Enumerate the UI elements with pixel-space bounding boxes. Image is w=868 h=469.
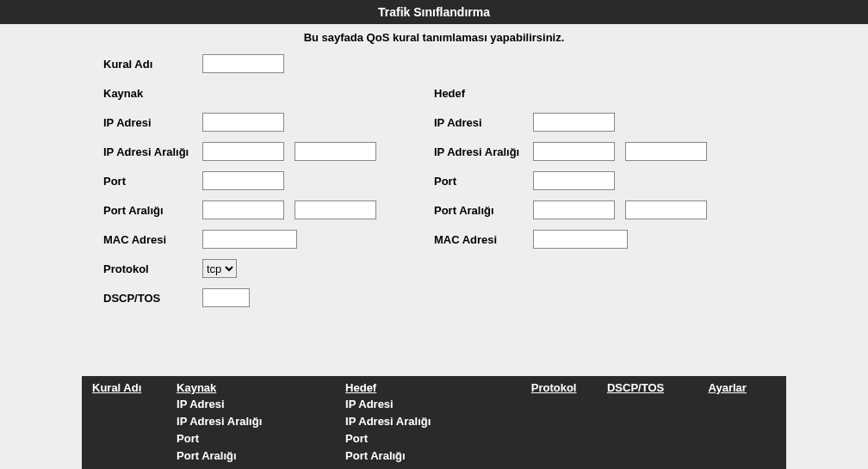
th-source: Kaynak — [177, 381, 216, 394]
dst-sub-mac: MAC Adresi — [345, 465, 531, 469]
target-sublist: IP Adresi IP Adresi Aralığı Port Port Ar… — [345, 396, 531, 469]
th-target: Hedef — [345, 381, 376, 394]
dst-port-range-label: Port Aralığı — [434, 204, 533, 217]
src-ip-range-a-input[interactable] — [202, 142, 284, 161]
th-protocol: Protokol — [531, 381, 577, 394]
rule-name-input[interactable] — [202, 54, 284, 73]
dst-port-input[interactable] — [533, 171, 615, 190]
dst-mac-input[interactable] — [533, 230, 628, 249]
dst-ip-range-a-input[interactable] — [533, 142, 615, 161]
src-sub-ip: IP Adresi — [177, 396, 345, 413]
dst-sub-iprange: IP Adresi Aralığı — [345, 413, 531, 430]
source-sublist: IP Adresi IP Adresi Aralığı Port Port Ar… — [177, 396, 345, 469]
dst-ip-label: IP Adresi — [434, 116, 533, 129]
protocol-label: Protokol — [103, 262, 202, 275]
dscp-input[interactable] — [202, 288, 250, 307]
dscp-label: DSCP/TOS — [103, 292, 202, 305]
th-rule: Kural Adı — [92, 381, 141, 394]
src-port-label: Port — [103, 175, 202, 188]
protocol-select[interactable]: tcp — [202, 259, 237, 278]
src-ip-label: IP Adresi — [103, 116, 202, 129]
dst-ip-input[interactable] — [533, 113, 615, 132]
src-port-range-label: Port Aralığı — [103, 204, 202, 217]
src-port-range-a-input[interactable] — [202, 201, 284, 219]
dst-port-range-b-input[interactable] — [625, 201, 707, 219]
page-subtitle: Bu sayfada QoS kural tanımlaması yapabil… — [0, 24, 868, 52]
src-sub-mac: MAC Adresi — [177, 465, 345, 469]
target-section-label: Hedef — [434, 87, 465, 100]
dst-sub-port: Port — [345, 430, 531, 447]
dst-ip-range-label: IP Adresi Aralığı — [434, 145, 533, 158]
src-mac-input[interactable] — [202, 230, 297, 249]
src-sub-iprange: IP Adresi Aralığı — [177, 413, 345, 430]
dst-ip-range-b-input[interactable] — [625, 142, 707, 161]
dst-mac-label: MAC Adresi — [434, 233, 533, 246]
dst-port-label: Port — [434, 175, 533, 188]
src-sub-portrange: Port Aralığı — [177, 447, 345, 465]
src-port-input[interactable] — [202, 171, 284, 190]
rules-table: Kural Adı Kaynak IP Adresi IP Adresi Ara… — [82, 376, 786, 469]
rule-name-label: Kural Adı — [103, 58, 202, 71]
dst-sub-portrange: Port Aralığı — [345, 447, 531, 465]
src-sub-port: Port — [177, 430, 345, 447]
src-mac-label: MAC Adresi — [103, 233, 202, 246]
th-settings: Ayarlar — [709, 381, 747, 394]
dst-sub-ip: IP Adresi — [345, 396, 531, 413]
form-area: Kural Adı Kaynak Hedef IP Adresi IP Adre… — [0, 52, 868, 333]
source-section-label: Kaynak — [103, 87, 143, 100]
page-title: Trafik Sınıflandırma — [0, 0, 868, 24]
src-ip-range-label: IP Adresi Aralığı — [103, 145, 202, 158]
th-dscp: DSCP/TOS — [607, 381, 664, 394]
src-ip-input[interactable] — [202, 113, 284, 132]
src-ip-range-b-input[interactable] — [294, 142, 376, 161]
src-port-range-b-input[interactable] — [294, 201, 376, 219]
dst-port-range-a-input[interactable] — [533, 201, 615, 219]
